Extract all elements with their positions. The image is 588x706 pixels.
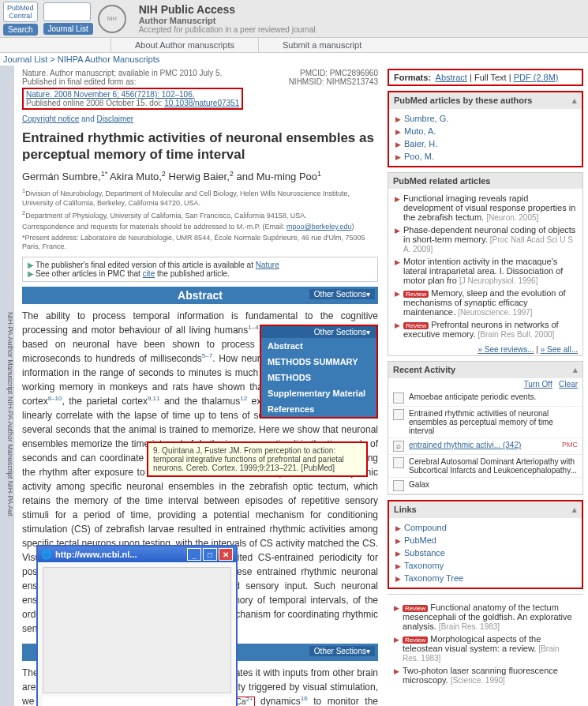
- close-button[interactable]: ✕: [219, 548, 233, 561]
- authors: Germán Sumbre,1* Akira Muto,2 Herwig Bai…: [22, 170, 378, 182]
- pmcid: PMCID: PMC2896960: [289, 69, 378, 77]
- nih-sub2: Accepted for publication in a peer revie…: [139, 25, 316, 34]
- popup-body: [38, 562, 236, 706]
- logo-line2: Central: [7, 12, 34, 20]
- dropdown-item[interactable]: METHODS: [261, 370, 376, 385]
- logo-pubmed-central[interactable]: PubMed Central Search: [3, 2, 40, 36]
- formats-bar: Formats: Abstract | Full Text | PDF (2.8…: [388, 69, 583, 86]
- dropdown-item[interactable]: References: [261, 401, 376, 417]
- nihmsid: NIHMSID: NIHMS213743: [289, 77, 378, 86]
- dropdown-head[interactable]: Other Sections▾: [261, 326, 376, 338]
- activity-item[interactable]: Galax: [388, 478, 582, 494]
- dropdown-item[interactable]: Abstract: [261, 338, 376, 354]
- popup-figure-image: [43, 567, 231, 693]
- doi-link[interactable]: 10.1038/nature07351: [164, 99, 239, 107]
- search-icon: ⌕: [393, 441, 404, 452]
- author-link[interactable]: Baier, H.: [404, 139, 437, 148]
- pub-availability: Nature. Author manuscript; available in …: [22, 69, 243, 77]
- doc-icon: [393, 480, 404, 491]
- doi-prefix: Published online 2008 October 15. doi:: [26, 99, 164, 107]
- sections-dropdown[interactable]: Other Sections▾ AbstractMETHODS SUMMARYM…: [260, 325, 378, 419]
- nih-seal-icon: NIH: [98, 5, 126, 33]
- collapse-icon[interactable]: ▴: [572, 505, 577, 515]
- copyright-link[interactable]: Copyright notice: [22, 115, 79, 123]
- dropdown-item[interactable]: METHODS SUMMARY: [261, 354, 376, 370]
- side-label: NIH-PA Author Manuscript NIH-PA Author M…: [0, 66, 14, 706]
- citation-link[interactable]: Nature. 2008 November 6; 456(7218): 102–…: [26, 90, 194, 99]
- links-box: Links ▴ ▶Compound▶PubMed▶Substance▶Taxon…: [388, 500, 583, 589]
- header: PubMed Central Search Journal List NIH N…: [0, 0, 588, 38]
- recent-activity-box: Recent Activity ▴ Turn Off Clear Amoebae…: [388, 361, 583, 495]
- related-item[interactable]: ▶ReviewPrefrontal neurons in networks of…: [395, 318, 576, 340]
- activity-item[interactable]: Amoebae anticipate periodic events.: [388, 390, 582, 407]
- related-articles-box: PubMed related articles ▶Functional imag…: [388, 172, 583, 356]
- author-link[interactable]: Sumbre, G.: [404, 114, 448, 123]
- related-item[interactable]: ▶Phase-dependent neuronal coding of obje…: [395, 223, 576, 255]
- author-link[interactable]: Muto, A.: [404, 126, 436, 136]
- logo-journal-list[interactable]: Journal List: [43, 2, 93, 35]
- pubmed-authors-box: PubMed articles by these authors ▴ ▶Sumb…: [388, 91, 583, 167]
- tab-submit-manuscript[interactable]: Submit a manuscript: [258, 38, 385, 52]
- related-item[interactable]: ▶Functional imaging reveals rapid develo…: [395, 192, 576, 223]
- see-reviews[interactable]: » See reviews...: [478, 345, 534, 354]
- see-all[interactable]: » See all...: [541, 345, 578, 354]
- citation-box: Nature. 2008 November 6; 456(7218): 102–…: [22, 88, 243, 110]
- collapse-icon[interactable]: ▴: [573, 365, 578, 375]
- doc-icon: [393, 409, 404, 420]
- clear-link[interactable]: Clear: [559, 380, 578, 389]
- link-item[interactable]: Taxonomy: [404, 561, 444, 570]
- popup-titlebar: 🌐 http://www.ncbi.nl... _ □ ✕: [38, 546, 236, 562]
- nih-sub: Author Manuscript: [139, 16, 316, 25]
- other-sections-toggle-2[interactable]: Other Sections▾: [309, 646, 375, 656]
- tab-about-manuscripts[interactable]: About Author manuscripts: [110, 38, 258, 52]
- activity-item[interactable]: Entrained rhythmic activities of neurona…: [388, 407, 582, 438]
- nav-tabs: About Author manuscripts Submit a manusc…: [0, 38, 588, 53]
- doc-icon: [393, 457, 404, 468]
- link-item[interactable]: Compound: [404, 523, 447, 532]
- publisher-note-box: ▶The publisher's final edited version of…: [22, 257, 378, 282]
- author-link[interactable]: Poo, M.: [404, 152, 434, 161]
- affiliation: *Present address: Laboratoire de Neurobi…: [22, 234, 378, 252]
- activity-item[interactable]: Cerebral Autosomal Dominant Arteriopathy…: [388, 455, 582, 478]
- figure-popup-window: 🌐 http://www.ncbi.nl... _ □ ✕: [36, 545, 238, 706]
- minimize-button[interactable]: _: [187, 548, 201, 561]
- maximize-button[interactable]: □: [203, 548, 217, 561]
- dropdown-item[interactable]: Supplementary Material: [261, 385, 376, 401]
- affiliation: 2Department of Physiology, University of…: [22, 209, 378, 221]
- journal-list-button[interactable]: Journal List: [43, 23, 93, 35]
- format-fulltext[interactable]: Full Text: [474, 73, 507, 82]
- recent-head: Recent Activity: [393, 365, 455, 375]
- activity-item[interactable]: ⌕entrained rhythmic activi... (342) PMC: [388, 438, 582, 455]
- format-abstract[interactable]: Abstract: [436, 73, 467, 82]
- ie-icon: 🌐: [41, 550, 52, 560]
- related-head: PubMed related articles: [393, 176, 491, 186]
- link-item[interactable]: PubMed: [404, 535, 436, 545]
- link-item[interactable]: Taxonomy Tree: [404, 573, 463, 583]
- abstract-section-bar: Abstract Other Sections▾: [22, 287, 378, 304]
- related-item[interactable]: ▶ReviewMemory, sleep and the evolution o…: [395, 287, 576, 318]
- reference-tooltip: 9. Quintana J, Fuster JM. From perceptio…: [147, 441, 368, 477]
- related-item[interactable]: ▶Motor intention activity in the macaque…: [395, 255, 576, 287]
- collapse-icon[interactable]: ▴: [572, 96, 577, 106]
- link-item[interactable]: Substance: [404, 548, 445, 558]
- disclaimer-link[interactable]: Disclaimer: [97, 115, 134, 123]
- article-title: Entrained rhythmic activities of neurona…: [22, 130, 378, 163]
- cite-link[interactable]: cite: [143, 269, 155, 278]
- bottom-related-item[interactable]: ▶ReviewFunctional anatomy of the tectum …: [394, 601, 577, 633]
- bottom-related-item[interactable]: ▶ReviewMorphological aspects of the tele…: [394, 633, 577, 664]
- affiliation: Correspondence and requests for material…: [22, 223, 378, 232]
- bottom-related-item[interactable]: ▶Two-photon laser scanning fluorescence …: [394, 664, 577, 686]
- breadcrumb-nihpa[interactable]: NIHPA Author Manuscripts: [58, 54, 159, 64]
- search-button[interactable]: Search: [3, 24, 38, 36]
- pub-edited-form: Published in final edited form as:: [22, 77, 243, 86]
- other-sections-toggle[interactable]: Other Sections▾: [309, 289, 375, 299]
- popup-url: http://www.ncbi.nl...: [55, 550, 185, 559]
- breadcrumb-journal-list[interactable]: Journal List: [3, 54, 47, 64]
- authors-head: PubMed articles by these authors: [394, 96, 532, 106]
- nih-title: NIH Public Access: [139, 3, 316, 16]
- turn-off-link[interactable]: Turn Off: [524, 380, 552, 389]
- nature-link[interactable]: Nature: [256, 261, 279, 269]
- links-head: Links: [394, 505, 417, 515]
- format-pdf[interactable]: PDF (2.8M): [514, 73, 559, 82]
- logo-line1: PubMed: [7, 4, 34, 12]
